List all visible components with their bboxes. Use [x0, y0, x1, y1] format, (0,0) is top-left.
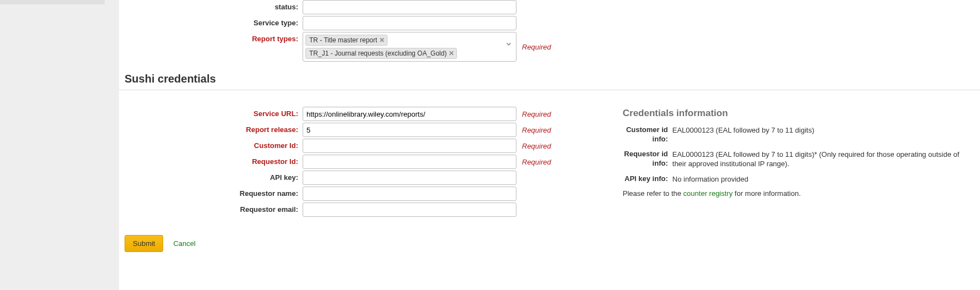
submit-button[interactable]: Submit [125, 235, 163, 252]
registry-note-suffix: for more information. [733, 189, 801, 198]
sidebar [0, 0, 119, 290]
api-key-label: API key: [119, 171, 303, 185]
required-hint: Required [522, 142, 551, 150]
report-types-label: Report types: [119, 32, 303, 46]
requestor-email-label: Requestor email: [119, 203, 303, 217]
cancel-button[interactable]: Cancel [173, 239, 195, 248]
requestor-name-input[interactable] [303, 187, 516, 201]
required-hint: Required [522, 158, 551, 166]
main-content: status: Service type: Report types: T [119, 0, 980, 290]
customer-id-label: Customer Id: [119, 139, 303, 153]
requestor-id-label: Requestor Id: [119, 155, 303, 169]
report-type-tag-label: TR - Title master report [309, 36, 377, 45]
required-hint: Required [522, 43, 551, 51]
registry-note: Please refer to the counter registry for… [623, 189, 969, 198]
report-release-input[interactable] [303, 123, 516, 137]
service-url-label: Service URL: [119, 107, 303, 121]
api-key-info-label: API key info: [623, 174, 672, 184]
customer-id-info-label: Customer id info: [623, 125, 672, 144]
report-type-tag-label: TR_J1 - Journal requests (excluding OA_G… [309, 49, 446, 58]
customer-id-input[interactable] [303, 139, 516, 153]
requestor-id-info-value: EAL0000123 (EAL followed by 7 to 11 digi… [672, 150, 969, 169]
service-type-input[interactable] [303, 16, 516, 30]
api-key-info-value: No information provided [672, 174, 969, 184]
report-type-tag[interactable]: TR_J1 - Journal requests (excluding OA_G… [305, 48, 457, 59]
remove-tag-icon[interactable]: ✕ [449, 49, 454, 58]
customer-id-info-value: EAL0000123 (EAL followed by 7 to 11 digi… [672, 125, 969, 135]
service-url-input[interactable] [303, 107, 516, 121]
registry-note-prefix: Please refer to the [623, 189, 683, 198]
requestor-id-input[interactable] [303, 155, 516, 169]
api-key-input[interactable] [303, 171, 516, 185]
counter-registry-link[interactable]: counter registry [683, 189, 733, 198]
status-label: status: [119, 0, 303, 14]
remove-tag-icon[interactable]: ✕ [379, 36, 385, 45]
credentials-info-title: Credentials information [623, 108, 969, 119]
status-input[interactable] [303, 0, 516, 14]
report-release-label: Report release: [119, 123, 303, 137]
service-type-label: Service type: [119, 16, 303, 30]
report-type-tag[interactable]: TR - Title master report ✕ [305, 35, 387, 46]
chevron-down-icon[interactable] [505, 40, 513, 50]
section-heading-sushi: Sushi credentials [119, 65, 980, 90]
requestor-id-info-label: Requestor id info: [623, 150, 672, 168]
sidebar-item-stub[interactable] [0, 0, 105, 4]
requestor-name-label: Requestor name: [119, 187, 303, 201]
requestor-email-input[interactable] [303, 203, 516, 217]
required-hint: Required [522, 110, 551, 118]
credentials-info-panel: Credentials information Customer id info… [551, 107, 980, 198]
report-types-select[interactable]: TR - Title master report ✕ TR_J1 - Journ… [303, 32, 516, 62]
required-hint: Required [522, 126, 551, 134]
